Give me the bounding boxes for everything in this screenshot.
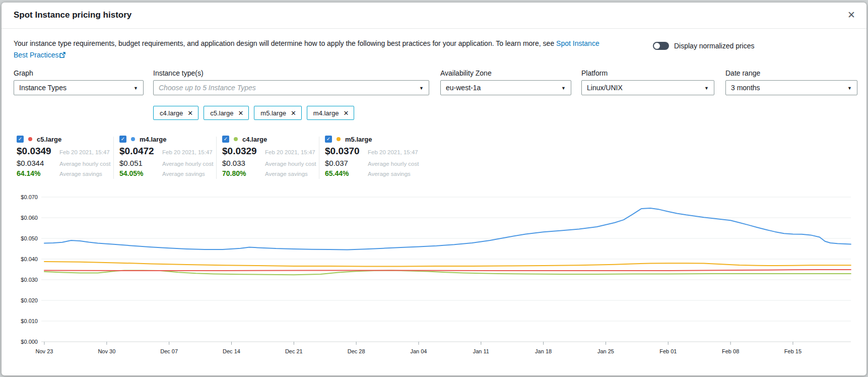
average-price: $0.0344 bbox=[17, 159, 59, 167]
filter-date-range: Date range 3 months ▼ bbox=[725, 69, 857, 95]
current-price: $0.0472 bbox=[119, 146, 162, 157]
average-price: $0.033 bbox=[222, 159, 265, 167]
y-axis-label: $0.050 bbox=[21, 235, 38, 241]
average-price-label: Average hourly cost bbox=[162, 161, 213, 167]
tag-label: c4.large bbox=[160, 109, 183, 117]
price-timestamp: Feb 20 2021, 15:47 bbox=[162, 149, 213, 155]
tag-label: c5.large bbox=[210, 109, 233, 117]
series-checkbox[interactable]: ✓ bbox=[325, 136, 332, 143]
normalized-prices-label: Display normalized prices bbox=[674, 42, 755, 50]
close-icon[interactable]: ✕ bbox=[847, 10, 855, 21]
normalized-prices-toggle-group: Display normalized prices bbox=[653, 42, 755, 50]
remove-tag-icon[interactable]: ✕ bbox=[291, 109, 296, 117]
date-range-select[interactable]: 3 months ▼ bbox=[725, 80, 857, 95]
platform-label: Platform bbox=[581, 69, 714, 80]
series-checkbox[interactable]: ✓ bbox=[119, 136, 126, 143]
card-divider bbox=[319, 137, 319, 179]
current-price: $0.0329 bbox=[222, 146, 265, 157]
average-savings: 70.80% bbox=[222, 169, 265, 177]
modal-header: Spot Instance pricing history ✕ bbox=[2, 3, 866, 29]
remove-tag-icon[interactable]: ✕ bbox=[238, 109, 243, 117]
availability-zone-label: Availability Zone bbox=[440, 69, 571, 80]
toggle-knob bbox=[654, 43, 660, 49]
average-savings: 54.05% bbox=[119, 169, 162, 177]
selected-instance-tags: c4.large ✕ c5.large ✕ m5.large ✕ m4.larg… bbox=[153, 106, 354, 120]
series-name: c5.large bbox=[37, 136, 61, 143]
average-price-label: Average hourly cost bbox=[59, 161, 110, 167]
legend-card-c4-large: ✓ c4.large $0.0329Feb 20 2021, 15:47 $0.… bbox=[222, 135, 318, 177]
availability-zone-value: eu-west-1a bbox=[446, 84, 481, 92]
filter-availability-zone: Availability Zone eu-west-1a ▼ bbox=[440, 69, 571, 95]
current-price: $0.0349 bbox=[17, 146, 59, 157]
tag-label: m5.large bbox=[260, 109, 286, 117]
series-checkbox[interactable]: ✓ bbox=[17, 136, 24, 143]
x-axis-label: Nov 30 bbox=[98, 348, 115, 354]
x-axis-label: Feb 08 bbox=[722, 348, 739, 354]
date-range-value: 3 months bbox=[731, 84, 760, 92]
filter-platform: Platform Linux/UNIX ▼ bbox=[581, 69, 714, 95]
y-axis-label: $0.010 bbox=[21, 318, 38, 324]
average-savings-label: Average savings bbox=[162, 171, 205, 177]
normalized-prices-toggle[interactable] bbox=[653, 42, 669, 50]
chevron-down-icon: ▼ bbox=[419, 86, 424, 91]
current-price: $0.0370 bbox=[325, 146, 368, 157]
x-axis-label: Dec 14 bbox=[223, 348, 240, 354]
card-divider bbox=[216, 137, 217, 179]
average-savings: 64.14% bbox=[17, 169, 59, 177]
series-line-c5.large bbox=[44, 270, 851, 271]
chevron-down-icon: ▼ bbox=[561, 86, 566, 91]
average-savings-label: Average savings bbox=[368, 171, 411, 177]
chevron-down-icon: ▼ bbox=[704, 86, 709, 91]
platform-select[interactable]: Linux/UNIX ▼ bbox=[581, 80, 714, 95]
graph-select[interactable]: Instance Types ▼ bbox=[14, 80, 144, 95]
x-axis-label: Jan 25 bbox=[597, 348, 614, 354]
external-link-icon bbox=[59, 50, 65, 61]
x-axis-label: Jan 18 bbox=[535, 348, 552, 354]
series-color-dot bbox=[337, 137, 341, 141]
filter-graph: Graph Instance Types ▼ bbox=[14, 69, 144, 95]
series-checkbox[interactable]: ✓ bbox=[222, 136, 229, 143]
series-color-dot bbox=[28, 137, 32, 141]
x-axis-label: Dec 07 bbox=[160, 348, 178, 354]
average-savings-label: Average savings bbox=[265, 171, 308, 177]
y-axis-label: $0.020 bbox=[21, 297, 38, 303]
legend-card-m5-large: ✓ m5.large $0.0370Feb 20 2021, 15:47 $0.… bbox=[325, 135, 421, 177]
availability-zone-select[interactable]: eu-west-1a ▼ bbox=[440, 80, 571, 95]
series-line-m4.large bbox=[44, 208, 851, 250]
series-name: c4.large bbox=[242, 136, 267, 143]
series-name: m5.large bbox=[345, 136, 372, 143]
description-body: Your instance type requirements, budget … bbox=[14, 39, 556, 47]
price-timestamp: Feb 20 2021, 15:47 bbox=[368, 149, 418, 155]
remove-tag-icon[interactable]: ✕ bbox=[343, 109, 349, 117]
y-axis-label: $0.070 bbox=[21, 194, 38, 200]
graph-value: Instance Types bbox=[19, 84, 66, 92]
instance-types-select[interactable]: Choose up to 5 Instance Types ▼ bbox=[153, 80, 429, 95]
card-divider bbox=[113, 137, 114, 179]
series-color-dot bbox=[131, 137, 135, 141]
legend-card-c5-large: ✓ c5.large $0.0349Feb 20 2021, 15:47 $0.… bbox=[17, 135, 112, 177]
y-axis-label: $0.040 bbox=[21, 256, 38, 262]
y-axis-label: $0.030 bbox=[21, 277, 38, 283]
y-axis-label: $0.000 bbox=[21, 339, 38, 345]
instance-types-label: Instance type(s) bbox=[153, 69, 429, 80]
graph-label: Graph bbox=[14, 69, 144, 80]
average-price: $0.037 bbox=[325, 159, 368, 167]
y-axis-label: $0.060 bbox=[21, 215, 38, 221]
modal-title: Spot Instance pricing history bbox=[14, 10, 131, 20]
chevron-down-icon: ▼ bbox=[847, 86, 852, 91]
date-range-label: Date range bbox=[725, 69, 857, 80]
series-name: m4.large bbox=[140, 136, 166, 143]
average-price: $0.051 bbox=[119, 159, 162, 167]
price-timestamp: Feb 20 2021, 15:47 bbox=[265, 149, 315, 155]
x-axis-label: Jan 11 bbox=[473, 348, 489, 354]
remove-tag-icon[interactable]: ✕ bbox=[187, 109, 193, 117]
tag-m4-large: m4.large ✕ bbox=[307, 106, 354, 120]
series-color-dot bbox=[234, 137, 238, 141]
legend-card-m4-large: ✓ m4.large $0.0472Feb 20 2021, 15:47 $0.… bbox=[119, 135, 215, 177]
x-axis-label: Jan 04 bbox=[410, 348, 427, 354]
tag-label: m4.large bbox=[313, 109, 339, 117]
tag-c5-large: c5.large ✕ bbox=[204, 106, 249, 120]
x-axis-label: Dec 21 bbox=[285, 348, 303, 354]
chevron-down-icon: ▼ bbox=[133, 86, 138, 91]
x-axis-label: Feb 01 bbox=[659, 348, 677, 354]
